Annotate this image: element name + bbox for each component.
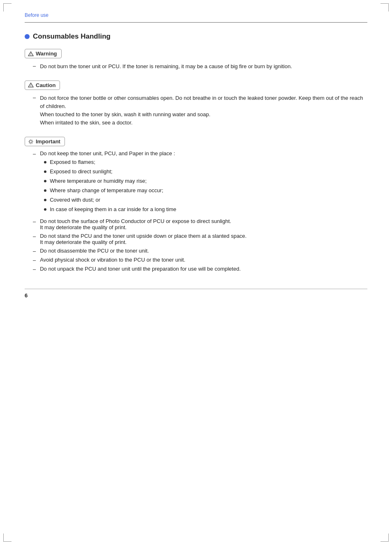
important-badge: Important (25, 137, 65, 146)
list-item: Covered with dust; or (44, 197, 176, 203)
bullet-dot-icon (44, 189, 46, 192)
important-item4: – Do not disassemble the PCU or the tone… (25, 248, 367, 254)
bullet-dot-icon (44, 161, 46, 163)
important-item2-line2: It may deteriorate the quality of print. (40, 224, 231, 230)
caution-badge-label: Caution (36, 82, 55, 88)
caution-section: ! Caution – Do not force the toner bottl… (25, 80, 367, 127)
caution-text: Do not force the toner bottle or other c… (40, 94, 367, 127)
warning-triangle-icon: ! (28, 51, 34, 56)
corner-mark-tl (3, 3, 12, 11)
imp-dash-3: – (33, 233, 36, 245)
important-item1-content: Do not keep the toner unit, PCU, and Pap… (40, 150, 176, 216)
svg-point-4 (30, 140, 32, 143)
bullet-text-3: Where temperature or humidity may rise; (50, 178, 147, 184)
important-item3: – Do not stand the PCU and the toner uni… (25, 233, 367, 245)
imp-dash-1: – (33, 151, 36, 216)
section-dot-icon (25, 34, 30, 39)
caution-line1: Do not force the toner bottle or other c… (40, 94, 367, 110)
section-title-text: Consumables Handling (33, 32, 111, 41)
important-item2-content: Do not touch the surface of Photo Conduc… (40, 218, 231, 230)
svg-text:!: ! (30, 53, 31, 56)
caution-triangle-icon: ! (28, 83, 34, 87)
important-item5-text: Avoid physical shock or vibration to the… (40, 257, 185, 263)
bullet-text-2: Exposed to direct sunlight; (50, 168, 112, 175)
important-item3-content: Do not stand the PCU and the toner unit … (40, 233, 247, 245)
list-item: Where sharp change of temperature may oc… (44, 187, 176, 193)
bullet-text-1: Exposed to flames; (50, 159, 95, 165)
important-item4-text: Do not disassemble the PCU or the toner … (40, 248, 149, 254)
important-item1-text: Do not keep the toner unit, PCU, and Pap… (40, 150, 176, 156)
svg-text:!: ! (30, 84, 31, 87)
dash-icon: – (33, 63, 36, 71)
section-title: Consumables Handling (25, 32, 367, 41)
imp-dash-6: – (33, 266, 36, 272)
warning-item: – Do not burn the toner unit or PCU. If … (25, 62, 367, 71)
bullet-text-6: In case of keeping them in a car inside … (50, 206, 176, 212)
important-item2: – Do not touch the surface of Photo Cond… (25, 218, 367, 230)
corner-mark-bl (3, 534, 12, 542)
important-item3-line1: Do not stand the PCU and the toner unit … (40, 233, 247, 239)
bullet-text-4: Where sharp change of temperature may oc… (50, 187, 163, 193)
important-gear-icon (28, 139, 34, 145)
imp-dash-2: – (33, 218, 36, 230)
warning-section: ! Warning – Do not burn the toner unit o… (25, 49, 367, 71)
breadcrumb: Before use (25, 12, 367, 18)
bullet-dot-icon (44, 170, 46, 173)
bullet-dot-icon (44, 180, 46, 182)
warning-badge: ! Warning (25, 49, 62, 58)
imp-dash-5: – (33, 257, 36, 263)
important-item6: – Do not unpack the PCU and toner unit u… (25, 266, 367, 272)
important-section: Important – Do not keep the toner unit, … (25, 137, 367, 272)
list-item: In case of keeping them in a car inside … (44, 206, 176, 212)
important-item6-text: Do not unpack the PCU and toner unit unt… (40, 266, 241, 272)
top-divider (25, 22, 367, 23)
bullet-dot-icon (44, 208, 46, 211)
important-item1: – Do not keep the toner unit, PCU, and P… (25, 150, 367, 216)
corner-mark-tr (380, 3, 389, 11)
caution-badge: ! Caution (25, 80, 60, 90)
caution-line2: When touched to the toner by skin, wash … (40, 110, 367, 119)
caution-item: – Do not force the toner bottle or other… (25, 94, 367, 127)
list-item: Where temperature or humidity may rise; (44, 178, 176, 184)
important-badge-label: Important (36, 138, 60, 145)
bullet-text-5: Covered with dust; or (50, 197, 100, 203)
imp-dash-4: – (33, 248, 36, 254)
list-item: Exposed to flames; (44, 159, 176, 165)
warning-text: Do not burn the toner unit or PCU. If th… (40, 62, 292, 71)
page-number: 6 (25, 292, 367, 299)
caution-dash-icon: – (33, 94, 36, 127)
bullet-dot-icon (44, 199, 46, 201)
bullet-list: Exposed to flames; Exposed to direct sun… (40, 159, 176, 212)
corner-mark-br (380, 534, 389, 542)
warning-badge-label: Warning (36, 51, 57, 57)
list-item: Exposed to direct sunlight; (44, 168, 176, 175)
caution-line3: When irritated to the skin, see a doctor… (40, 119, 367, 127)
important-item5: – Avoid physical shock or vibration to t… (25, 257, 367, 263)
bottom-divider (25, 289, 367, 289)
important-item2-line1: Do not touch the surface of Photo Conduc… (40, 218, 231, 224)
important-item3-line2: It may deteriorate the quality of print. (40, 239, 247, 245)
